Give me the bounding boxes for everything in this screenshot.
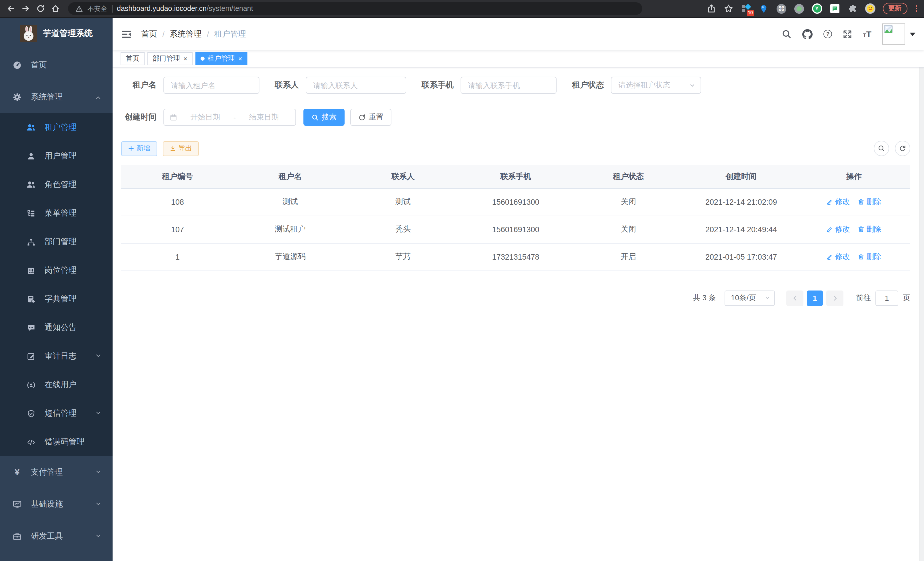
browser-menu-icon[interactable] <box>915 5 918 12</box>
status-select[interactable]: 请选择租户状态 <box>611 77 701 94</box>
bookmark-star-icon[interactable] <box>724 4 734 14</box>
tab-label: 部门管理 <box>153 54 180 63</box>
broken-image-icon <box>884 25 892 33</box>
sidebar-item-label: 部门管理 <box>45 237 76 247</box>
sidebar-item-errcode[interactable]: 错误码管理 <box>0 428 112 456</box>
sidebar-item-dept[interactable]: 部门管理 <box>0 228 112 256</box>
profile-avatar-icon[interactable] <box>865 3 875 14</box>
help-icon[interactable]: ? <box>824 30 832 38</box>
home-icon[interactable] <box>50 4 60 14</box>
sidebar-item-devtools[interactable]: 研发工具 <box>0 520 112 552</box>
reset-button[interactable]: 重置 <box>350 109 392 126</box>
search-button[interactable]: 搜索 <box>303 109 345 126</box>
tab-dept[interactable]: 部门管理 × <box>147 52 193 65</box>
font-size-icon[interactable]: TT <box>863 29 872 39</box>
sidebar-logo[interactable]: 芋道管理系统 <box>0 18 112 49</box>
tab-close-icon[interactable]: × <box>183 55 188 62</box>
toggle-search-button[interactable] <box>874 141 889 156</box>
sidebar-item-post[interactable]: 岗位管理 <box>0 256 112 285</box>
tab-close-icon[interactable]: × <box>238 55 242 62</box>
tab-home[interactable]: 首页 <box>121 52 145 65</box>
breadcrumb-home[interactable]: 首页 <box>141 29 157 39</box>
extension-chat-icon[interactable] <box>830 3 840 14</box>
sidebar-item-audit-log[interactable]: 审计日志 <box>0 342 112 371</box>
pagination: 共 3 条 10条/页 1 前往 页 <box>121 290 910 306</box>
main-area: 首页 / 系统管理 / 租户管理 ? TT <box>112 18 924 561</box>
pen-icon <box>826 226 833 233</box>
edit-link[interactable]: 修改 <box>826 224 850 235</box>
sidebar-collapse-button[interactable] <box>121 29 131 39</box>
prev-page-button[interactable] <box>786 290 803 306</box>
date-range-picker[interactable]: 开始日期 - 结束日期 <box>164 109 296 126</box>
refresh-table-button[interactable] <box>895 141 910 156</box>
sidebar-item-pay[interactable]: ¥ 支付管理 <box>0 456 112 488</box>
sidebar-item-dict[interactable]: 字典管理 <box>0 285 112 313</box>
add-button[interactable]: 新增 <box>121 141 157 156</box>
tab-tenant[interactable]: 租户管理 × <box>195 52 248 65</box>
edit-link[interactable]: 修改 <box>826 197 850 207</box>
sidebar-item-system[interactable]: 系统管理 <box>0 81 112 113</box>
header-search-icon[interactable] <box>782 29 792 39</box>
url-text: dashboard.yudao.iocoder.cn/system/tenant <box>117 5 253 13</box>
address-bar[interactable]: 不安全 dashboard.yudao.iocoder.cn/system/te… <box>68 2 642 15</box>
extension-tampermonkey-icon[interactable]: 10 <box>741 3 751 14</box>
user-caret-icon[interactable] <box>910 33 915 36</box>
sidebar-item-user[interactable]: 用户管理 <box>0 142 112 170</box>
delete-link[interactable]: 删除 <box>858 252 881 262</box>
sidebar-item-infra[interactable]: 基础设施 <box>0 488 112 520</box>
window-scrollbar[interactable] <box>919 18 924 561</box>
chrome-update-button[interactable]: 更新 <box>883 3 907 14</box>
back-icon[interactable] <box>6 4 15 14</box>
app-title: 芋道管理系统 <box>43 28 93 39</box>
breadcrumb-section[interactable]: 系统管理 <box>170 29 202 39</box>
contact-input[interactable] <box>306 77 406 94</box>
sidebar-item-menu[interactable]: 菜单管理 <box>0 199 112 228</box>
fullscreen-icon[interactable] <box>843 29 852 39</box>
cell-status: 关闭 <box>572 216 685 243</box>
reload-icon[interactable] <box>35 4 45 14</box>
chevron-up-icon <box>95 93 102 102</box>
mobile-input[interactable] <box>460 77 556 94</box>
filter-status: 租户状态 请选择租户状态 <box>572 77 701 94</box>
current-page[interactable]: 1 <box>807 290 823 306</box>
chevron-left-icon <box>792 295 798 301</box>
pen-icon <box>826 253 833 260</box>
edit-link[interactable]: 修改 <box>826 252 850 262</box>
chevron-down-icon <box>95 409 102 418</box>
extension-recorder-icon[interactable] <box>794 3 804 14</box>
next-page-button[interactable] <box>826 290 843 306</box>
mobile-label: 联系手机 <box>422 80 454 90</box>
delete-link[interactable]: 删除 <box>858 197 881 207</box>
forward-icon[interactable] <box>21 4 30 14</box>
goto-page-input[interactable] <box>875 290 898 306</box>
sidebar-item-sms[interactable]: 短信管理 <box>0 399 112 428</box>
github-icon[interactable] <box>802 29 813 39</box>
sidebar-item-home[interactable]: 首页 <box>0 49 112 81</box>
extensions-puzzle-icon[interactable] <box>847 3 857 14</box>
user-menu[interactable] <box>882 23 915 45</box>
delete-link[interactable]: 删除 <box>858 224 881 235</box>
shield-check-icon <box>26 409 35 418</box>
cell-created: 2021-12-14 20:49:44 <box>685 216 798 243</box>
filter-contact: 联系人 <box>275 77 406 94</box>
share-icon[interactable] <box>706 4 716 14</box>
page-size-select[interactable]: 10条/页 <box>724 290 775 306</box>
sidebar-item-online-users[interactable]: 在线用户 <box>0 371 112 399</box>
filter-create-time: 创建时间 开始日期 - 结束日期 <box>121 109 296 126</box>
sidebar-item-role[interactable]: 角色管理 <box>0 170 112 199</box>
sidebar-item-tenant[interactable]: 租户管理 <box>0 113 112 142</box>
table-header-row: 租户编号 租户名 联系人 联系手机 租户状态 创建时间 操作 <box>121 165 910 188</box>
cell-actions: 修改删除 <box>797 216 910 243</box>
sidebar-item-notice[interactable]: 通知公告 <box>0 313 112 342</box>
avatar[interactable] <box>882 23 905 45</box>
extension-command-icon[interactable]: ⌘ <box>776 3 787 14</box>
app-shell: 芋道管理系统 首页 系统管理 租户管理 用户管理 <box>0 18 924 561</box>
table-row: 1 芋道源码 芋艿 17321315478 开启 2021-01-05 17:0… <box>121 243 910 271</box>
extension-y-icon[interactable]: Y <box>812 3 822 14</box>
export-button[interactable]: 导出 <box>163 141 199 156</box>
tenant-name-input[interactable] <box>164 77 260 94</box>
trash-icon <box>858 253 865 260</box>
breadcrumb-separator: / <box>162 29 165 39</box>
sidebar-item-label: 首页 <box>31 60 47 70</box>
extension-pin-icon[interactable] <box>759 3 769 14</box>
